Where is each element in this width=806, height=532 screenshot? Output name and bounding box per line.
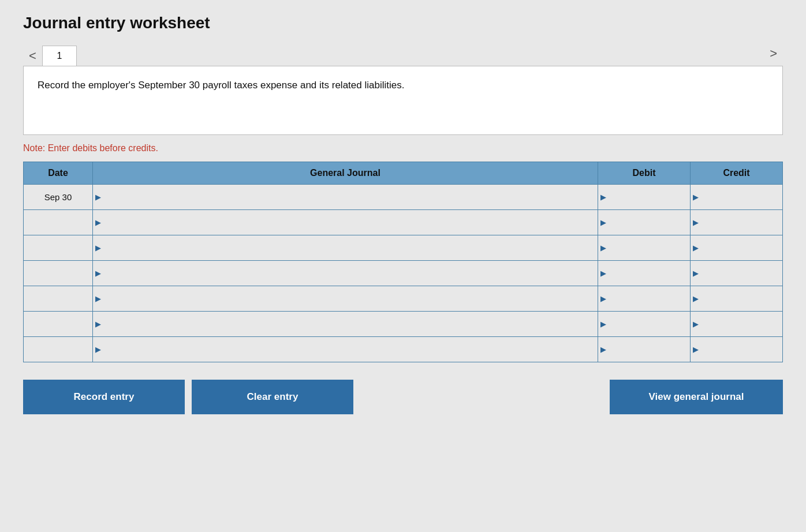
journal-cell-6[interactable]: ▶ [93, 337, 598, 362]
debit-input-2[interactable] [606, 235, 690, 260]
table-row: Sep 30▶▶▶ [24, 185, 783, 210]
journal-table: Date General Journal Debit Credit Sep 30… [23, 162, 783, 362]
input-arrow-icon: ▶ [598, 193, 606, 201]
debit-input-6[interactable] [606, 337, 690, 362]
prev-arrow[interactable]: < [23, 46, 42, 66]
credit-input-2[interactable] [699, 235, 782, 260]
input-arrow-icon: ▶ [93, 269, 101, 277]
table-row: ▶▶▶ [24, 261, 783, 286]
date-cell-3 [24, 261, 93, 286]
date-cell-5 [24, 312, 93, 337]
credit-cell-0[interactable]: ▶ [691, 185, 783, 210]
input-arrow-icon: ▶ [93, 193, 101, 201]
instruction-text: Record the employer's September 30 payro… [38, 80, 404, 91]
debit-cell-5[interactable]: ▶ [598, 312, 691, 337]
clear-entry-button[interactable]: Clear entry [192, 380, 353, 414]
credit-cell-4[interactable]: ▶ [691, 286, 783, 312]
journal-input-3[interactable] [101, 261, 598, 286]
input-arrow-icon: ▶ [93, 295, 101, 302]
col-header-debit: Debit [598, 162, 691, 185]
credit-cell-5[interactable]: ▶ [691, 312, 783, 337]
journal-input-5[interactable] [101, 312, 598, 336]
col-header-date: Date [24, 162, 93, 185]
input-arrow-icon: ▶ [598, 346, 606, 353]
debit-input-3[interactable] [606, 261, 690, 286]
input-arrow-icon: ▶ [598, 244, 606, 252]
credit-input-6[interactable] [699, 337, 782, 362]
debit-cell-6[interactable]: ▶ [598, 337, 691, 362]
journal-cell-5[interactable]: ▶ [93, 312, 598, 337]
credit-cell-1[interactable]: ▶ [691, 210, 783, 235]
input-arrow-icon: ▶ [93, 346, 101, 353]
table-row: ▶▶▶ [24, 286, 783, 312]
journal-cell-3[interactable]: ▶ [93, 261, 598, 286]
date-cell-4 [24, 286, 93, 312]
journal-input-2[interactable] [101, 235, 598, 260]
journal-input-6[interactable] [101, 337, 598, 362]
journal-cell-2[interactable]: ▶ [93, 235, 598, 261]
instruction-box: Record the employer's September 30 payro… [23, 66, 783, 135]
input-arrow-icon: ▶ [691, 320, 699, 328]
tab-1[interactable]: 1 [42, 46, 77, 66]
credit-input-4[interactable] [699, 286, 782, 311]
date-cell-6 [24, 337, 93, 362]
debit-cell-0[interactable]: ▶ [598, 185, 691, 210]
next-arrow[interactable]: > [764, 44, 783, 63]
table-row: ▶▶▶ [24, 337, 783, 362]
credit-input-1[interactable] [699, 210, 782, 235]
input-arrow-icon: ▶ [691, 346, 699, 353]
buttons-row: Record entry Clear entry View general jo… [23, 380, 783, 414]
credit-input-0[interactable] [699, 185, 782, 209]
journal-cell-4[interactable]: ▶ [93, 286, 598, 312]
journal-input-4[interactable] [101, 286, 598, 311]
input-arrow-icon: ▶ [598, 295, 606, 302]
journal-cell-0[interactable]: ▶ [93, 185, 598, 210]
date-cell-2 [24, 235, 93, 261]
input-arrow-icon: ▶ [691, 244, 699, 252]
input-arrow-icon: ▶ [93, 244, 101, 252]
input-arrow-icon: ▶ [598, 269, 606, 277]
table-row: ▶▶▶ [24, 235, 783, 261]
credit-cell-3[interactable]: ▶ [691, 261, 783, 286]
input-arrow-icon: ▶ [691, 295, 699, 302]
record-entry-button[interactable]: Record entry [23, 380, 185, 414]
input-arrow-icon: ▶ [93, 219, 101, 226]
journal-input-1[interactable] [101, 210, 598, 235]
debit-input-1[interactable] [606, 210, 690, 235]
debit-input-5[interactable] [606, 312, 690, 336]
journal-input-0[interactable] [101, 185, 598, 209]
date-cell-1 [24, 210, 93, 235]
credit-input-3[interactable] [699, 261, 782, 286]
note-text: Note: Enter debits before credits. [23, 143, 783, 153]
debit-input-0[interactable] [606, 185, 690, 209]
table-row: ▶▶▶ [24, 210, 783, 235]
col-header-credit: Credit [691, 162, 783, 185]
input-arrow-icon: ▶ [691, 219, 699, 226]
debit-cell-2[interactable]: ▶ [598, 235, 691, 261]
input-arrow-icon: ▶ [93, 320, 101, 328]
journal-cell-1[interactable]: ▶ [93, 210, 598, 235]
table-row: ▶▶▶ [24, 312, 783, 337]
debit-cell-3[interactable]: ▶ [598, 261, 691, 286]
credit-cell-2[interactable]: ▶ [691, 235, 783, 261]
debit-cell-1[interactable]: ▶ [598, 210, 691, 235]
input-arrow-icon: ▶ [691, 269, 699, 277]
credit-cell-6[interactable]: ▶ [691, 337, 783, 362]
date-cell-0: Sep 30 [24, 185, 93, 210]
col-header-journal: General Journal [93, 162, 598, 185]
input-arrow-icon: ▶ [691, 193, 699, 201]
input-arrow-icon: ▶ [598, 320, 606, 328]
input-arrow-icon: ▶ [598, 219, 606, 226]
view-general-journal-button[interactable]: View general journal [610, 380, 783, 414]
debit-cell-4[interactable]: ▶ [598, 286, 691, 312]
credit-input-5[interactable] [699, 312, 782, 336]
debit-input-4[interactable] [606, 286, 690, 311]
page-title: Journal entry worksheet [23, 14, 783, 32]
